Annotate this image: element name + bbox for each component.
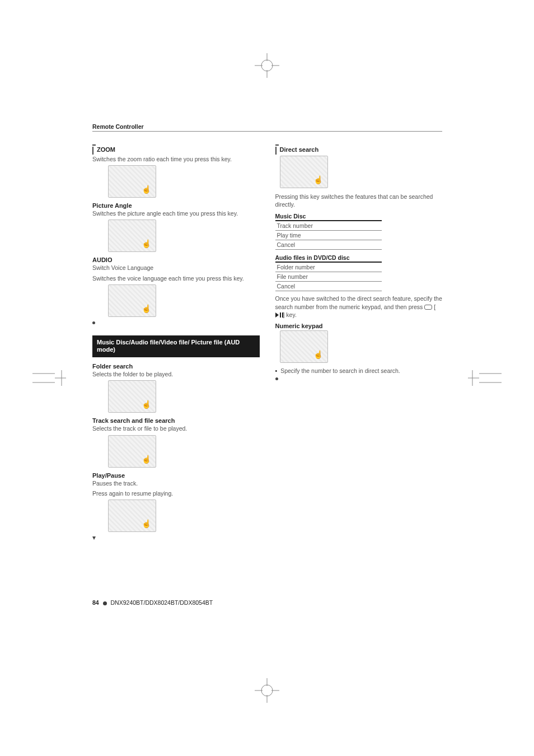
hand-icon: ☝ <box>142 185 151 194</box>
audio-body: Switches the voice language each time yo… <box>92 274 260 282</box>
hand-icon: ☝ <box>313 175 323 184</box>
zoom-body: Switches the zoom ratio each time you pr… <box>92 155 260 163</box>
remote-illustration-direct: ☝ <box>280 156 328 188</box>
table-cell: Folder number <box>275 263 382 272</box>
hand-icon: ☝ <box>142 400 151 409</box>
track-search-body: Selects the track or file to be played. <box>92 424 260 432</box>
table-cell: Track number <box>275 221 382 231</box>
audio-title: AUDIO <box>92 256 260 263</box>
folder-search-title: Folder search <box>92 363 260 370</box>
table-cell: Play time <box>275 231 382 240</box>
footer-bullet-icon <box>103 601 107 605</box>
direct-search-title: Direct search <box>280 146 319 153</box>
remote-illustration-audio: ☝ <box>108 284 156 317</box>
play-pause-l1: Pauses the track. <box>92 479 260 487</box>
numeric-keypad-title: Numeric keypad <box>275 323 443 329</box>
page-body: Remote Controller ZOOM Switches the zoom… <box>92 123 442 540</box>
audio-files-table: Folder number File number Cancel <box>275 263 382 291</box>
table-row: Track number <box>275 221 382 231</box>
section-mark-icon <box>92 147 93 155</box>
remote-illustration-angle: ☝ <box>108 220 156 252</box>
table-row: Folder number <box>275 263 382 272</box>
continued-arrow-icon <box>92 536 96 540</box>
after-switch-a: Once you have switched to the direct sea… <box>275 295 442 310</box>
picture-angle-body: Switches the picture angle each time you… <box>92 209 260 217</box>
zoom-heading: ZOOM <box>92 146 260 155</box>
audio-sub: Switch Voice Language <box>92 264 260 272</box>
remote-illustration-track: ☝ <box>108 435 156 468</box>
music-disc-head: Music Disc <box>275 213 382 221</box>
crop-mark-right <box>468 370 502 386</box>
svg-rect-19 <box>280 312 281 318</box>
direct-search-body: Pressing this key switches the features … <box>275 193 443 208</box>
hand-icon: ☝ <box>142 304 151 313</box>
table-row: Play time <box>275 231 382 240</box>
hand-icon: ☝ <box>142 519 151 528</box>
page-footer: 84 DNX9240BT/DDX8024BT/DDX8054BT <box>92 599 213 606</box>
table-row: File number <box>275 272 382 282</box>
after-switch-text: Once you have switched to the direct sea… <box>275 295 443 319</box>
remote-illustration-zoom: ☝ <box>108 165 156 198</box>
direct-search-heading: Direct search <box>275 146 443 155</box>
keypad-bullet: • Specify the number to search in direct… <box>275 367 443 374</box>
left-column: ZOOM Switches the zoom ratio each time y… <box>92 144 260 540</box>
track-search-title: Track search and file search <box>92 417 260 424</box>
play-pause-title: Play/Pause <box>92 472 260 479</box>
music-disc-table: Track number Play time Cancel <box>275 221 382 250</box>
running-head: Remote Controller <box>92 123 442 132</box>
table-cell: File number <box>275 272 382 282</box>
audio-files-head: Audio files in DVD/CD disc <box>275 254 382 263</box>
footer-models: DNX9240BT/DDX8024BT/DDX8054BT <box>111 599 213 606</box>
section-end-dot <box>92 321 95 324</box>
table-cell: Cancel <box>275 282 382 291</box>
hand-icon: ☝ <box>142 455 151 464</box>
after-switch-c: ] key. <box>283 311 297 318</box>
svg-point-0 <box>261 60 273 71</box>
remote-illustration-keypad: ☝ <box>280 330 328 363</box>
svg-point-5 <box>261 685 273 696</box>
remote-glyph-icon <box>424 305 432 310</box>
keypad-bullet-text: Specify the number to search in direct s… <box>280 367 400 374</box>
play-pause-icon <box>275 311 283 319</box>
page-number: 84 <box>92 599 99 606</box>
two-column-layout: ZOOM Switches the zoom ratio each time y… <box>92 144 442 540</box>
crop-mark-left <box>32 370 66 386</box>
picture-angle-title: Picture Angle <box>92 202 260 209</box>
bullet-dot-icon: • <box>275 367 278 374</box>
remote-illustration-folder: ☝ <box>108 380 156 413</box>
crop-mark-bottom <box>255 678 279 703</box>
hand-icon: ☝ <box>142 239 151 248</box>
folder-search-body: Selects the folder to be played. <box>92 370 260 378</box>
table-row: Cancel <box>275 282 382 291</box>
crop-mark-top <box>255 53 279 78</box>
svg-marker-18 <box>275 312 279 318</box>
hand-icon: ☝ <box>313 350 323 359</box>
remote-illustration-playpause: ☝ <box>108 500 156 532</box>
mode-heading-box: Music Disc/Audio file/Video file/ Pictur… <box>92 335 260 358</box>
zoom-title: ZOOM <box>97 146 115 153</box>
after-switch-b: [ <box>434 304 435 310</box>
table-row: Cancel <box>275 240 382 250</box>
play-pause-l2: Press again to resume playing. <box>92 489 260 497</box>
right-column: Direct search ☝ Pressing this key switch… <box>275 144 443 540</box>
section-end-dot <box>275 377 278 380</box>
table-cell: Cancel <box>275 240 382 250</box>
section-mark-icon <box>275 147 277 155</box>
